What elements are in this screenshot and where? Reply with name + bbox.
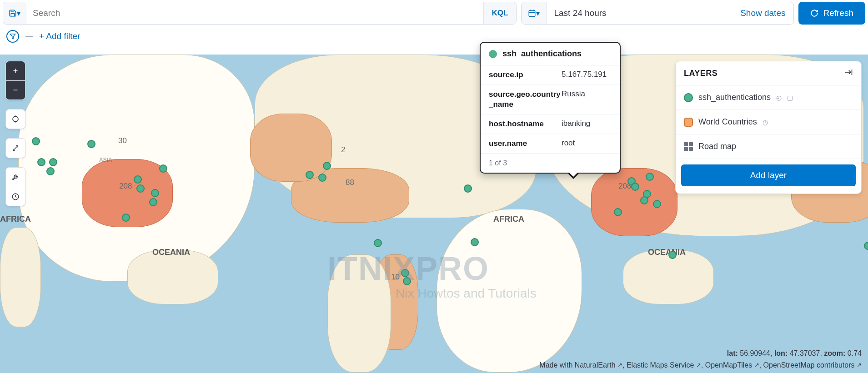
zoom-in-button[interactable]: +	[6, 61, 25, 80]
data-point[interactable]	[151, 189, 159, 197]
data-point[interactable]	[401, 269, 409, 277]
data-point[interactable]	[646, 173, 654, 181]
tooltip-value: 5.167.75.191	[562, 70, 607, 80]
tooltip-key: source.ip	[489, 70, 562, 80]
tools-button[interactable]	[6, 168, 25, 187]
top-bar: ▾ KQL ▾ Last 24 hours Show dates Refresh	[0, 0, 868, 28]
save-icon	[9, 9, 17, 17]
data-point[interactable]	[640, 196, 648, 204]
data-point[interactable]	[403, 277, 411, 285]
data-point[interactable]	[631, 183, 639, 191]
data-point[interactable]	[471, 238, 479, 246]
svg-rect-0	[529, 10, 536, 17]
refresh-label: Refresh	[823, 8, 853, 18]
clock-icon: ◴	[763, 119, 768, 126]
filter-bar: — + Add filter	[0, 28, 868, 49]
data-point[interactable]	[87, 140, 95, 148]
data-point[interactable]	[323, 162, 331, 170]
layer-label: ssh_authentications	[698, 93, 771, 102]
svg-marker-4	[10, 34, 15, 39]
saved-query-button[interactable]: ▾	[3, 2, 26, 24]
tooltip-value: root	[562, 139, 575, 149]
data-point[interactable]	[614, 208, 622, 216]
add-layer-button[interactable]: Add layer	[681, 164, 856, 186]
layer-item-roadmap[interactable]: Road map	[676, 134, 861, 159]
tooltip-pagination: 1 of 3	[481, 154, 620, 173]
collapse-icon	[844, 68, 853, 77]
filter-options-icon[interactable]	[6, 30, 19, 43]
tooltip-key: source.geo.country_name	[489, 90, 562, 109]
expand-tool-button[interactable]	[6, 139, 25, 158]
data-point[interactable]	[318, 174, 326, 182]
chevron-down-icon: ▾	[536, 9, 540, 18]
refresh-button[interactable]: Refresh	[798, 2, 865, 25]
count-china-left: 208	[119, 182, 132, 191]
tooltip-value: Russia	[562, 90, 585, 109]
data-point[interactable]	[134, 175, 142, 184]
data-point[interactable]	[653, 200, 661, 208]
clock-arrow-icon	[11, 193, 20, 201]
data-point[interactable]	[122, 214, 130, 222]
add-filter-button[interactable]: + Add filter	[39, 31, 80, 41]
data-point[interactable]	[49, 158, 57, 166]
data-point[interactable]	[136, 184, 145, 193]
layer-item-ssh[interactable]: ssh_authentications ◴ ▢	[676, 85, 861, 110]
data-point[interactable]	[374, 239, 382, 247]
show-dates-link[interactable]: Show dates	[732, 8, 793, 18]
data-point[interactable]	[159, 164, 167, 173]
refresh-icon	[810, 9, 818, 17]
attribution-link[interactable]: OpenMapTiles ↗	[705, 361, 759, 369]
coordinates-readout: lat: 56.90944, lon: 47.37037, zoom: 0.74	[727, 349, 862, 358]
label-oceania-left: OCEANIA	[152, 248, 190, 257]
search-container: ▾ KQL	[3, 2, 517, 25]
attribution-link[interactable]: OpenStreetMap contributors ↗	[763, 361, 862, 369]
expand-icon	[11, 144, 20, 152]
label-africa-left: AFRICA	[0, 214, 31, 224]
time-range-value[interactable]: Last 24 hours	[547, 8, 732, 18]
layer-swatch-icon	[684, 93, 693, 102]
data-point[interactable]	[46, 167, 55, 175]
search-input[interactable]	[26, 8, 483, 18]
clock-icon: ◴	[776, 94, 782, 101]
data-point[interactable]	[37, 158, 45, 166]
data-point[interactable]	[149, 198, 157, 206]
data-point[interactable]	[464, 184, 472, 193]
label-asia-left: ASIA	[99, 157, 112, 163]
attribution-link[interactable]: Elastic Maps Service ↗	[627, 361, 701, 369]
tooltip-layer-name: ssh_authentications	[502, 49, 582, 59]
layer-swatch-icon	[684, 118, 693, 127]
svg-line-10	[13, 146, 18, 151]
chevron-down-icon: ▾	[17, 9, 20, 18]
time-quick-select[interactable]: ▾	[522, 2, 547, 24]
layers-panel: LAYERS ssh_authentications ◴ ▢ World Cou…	[675, 61, 862, 194]
data-point[interactable]	[864, 242, 868, 250]
collapse-panel-button[interactable]	[844, 68, 853, 79]
tooltip-key: user.name	[489, 139, 562, 149]
feature-tooltip: ssh_authentications source.ip5.167.75.19…	[480, 42, 621, 174]
layers-panel-title: LAYERS	[684, 69, 717, 78]
kql-toggle[interactable]: KQL	[483, 2, 517, 24]
svg-point-5	[13, 116, 18, 122]
count-canada: 2	[341, 145, 345, 154]
time-picker: ▾ Last 24 hours Show dates	[521, 2, 794, 25]
zoom-out-button[interactable]: −	[6, 80, 25, 99]
count-russia: 30	[118, 136, 127, 145]
attribution-link[interactable]: NaturalEarth ↗	[575, 361, 622, 369]
label-africa-right: AFRICA	[493, 214, 524, 224]
grid-icon	[684, 142, 693, 151]
timeslider-button[interactable]	[6, 187, 25, 206]
data-point[interactable]	[306, 171, 314, 179]
fit-to-data-button[interactable]	[6, 109, 25, 129]
calendar-icon	[528, 9, 536, 17]
map-attribution: Made with NaturalEarth ↗, Elastic Maps S…	[539, 361, 862, 369]
crosshair-icon	[11, 115, 20, 123]
map-toolbar: + −	[5, 61, 25, 206]
layer-item-countries[interactable]: World Countries ◴	[676, 110, 861, 134]
tooltip-key: host.hostname	[489, 119, 562, 129]
label-oceania-right: OCEANIA	[648, 248, 686, 257]
data-point[interactable]	[668, 251, 677, 259]
data-point[interactable]	[32, 137, 40, 145]
count-argentina: 10	[391, 273, 400, 282]
layer-label: Road map	[698, 142, 736, 151]
layer-label: World Countries	[698, 117, 757, 127]
